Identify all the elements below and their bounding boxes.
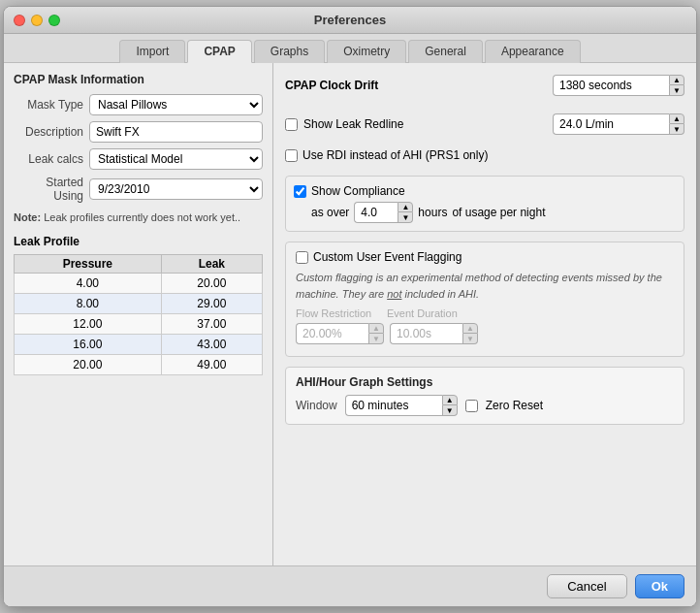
note-content: Leak profiles currently does not work ye…: [44, 211, 240, 223]
flow-spinner-buttons: ▲ ▼: [368, 323, 384, 344]
mask-info-title: CPAP Mask Information: [14, 73, 263, 86]
tab-oximetry[interactable]: Oximetry: [327, 40, 406, 63]
clock-drift-label: CPAP Clock Drift: [285, 79, 378, 92]
pressure-cell: 8.00: [15, 294, 162, 314]
cancel-button[interactable]: Cancel: [547, 574, 626, 598]
mask-type-select[interactable]: Nasal Pillows: [89, 94, 263, 115]
ok-button[interactable]: Ok: [635, 574, 684, 598]
leak-cell: 37.00: [161, 314, 262, 335]
compliance-checkbox[interactable]: [294, 185, 306, 198]
pressure-cell: 4.00: [15, 274, 162, 294]
flagging-controls: ▲ ▼ ▲ ▼: [296, 323, 674, 344]
leak-redline-down[interactable]: ▼: [669, 124, 684, 135]
window-down[interactable]: ▼: [442, 405, 458, 416]
clock-drift-up[interactable]: ▲: [669, 75, 684, 85]
preferences-window: Preferences Import CPAP Graphs Oximetry …: [3, 6, 697, 607]
window-spinner: ▲ ▼: [345, 395, 458, 416]
leak-redline-up[interactable]: ▲: [669, 113, 684, 124]
clock-drift-row: CPAP Clock Drift ▲ ▼: [285, 75, 684, 96]
flagging-desc2: machine. They are: [296, 288, 384, 300]
compliance-section: Show Compliance as over ▲ ▼ hours of usa…: [285, 176, 684, 232]
clock-drift-down[interactable]: ▼: [669, 85, 684, 96]
rdi-checkbox[interactable]: [285, 149, 298, 162]
duration-input[interactable]: [390, 323, 462, 344]
clock-drift-input[interactable]: [553, 75, 669, 96]
right-panel: CPAP Clock Drift ▲ ▼ Show Leak Redline ▲: [273, 63, 696, 565]
custom-flagging-section: Custom User Event Flagging Custom flaggi…: [285, 242, 684, 357]
leak-redline-input[interactable]: [553, 113, 669, 135]
tab-cpap[interactable]: CPAP: [187, 40, 251, 63]
custom-flagging-checkbox[interactable]: [296, 251, 308, 264]
table-row: 12.00 37.00: [15, 314, 263, 335]
note-text: Note: Leak profiles currently does not w…: [14, 210, 263, 225]
window-label: Window: [296, 399, 337, 412]
ahi-section-title: AHI/Hour Graph Settings: [296, 375, 674, 389]
clock-drift-spinner-buttons: ▲ ▼: [669, 75, 684, 96]
rdi-label: Use RDI instead of AHI (PRS1 only): [302, 148, 488, 162]
clock-drift-spinner: ▲ ▼: [553, 75, 684, 96]
custom-flagging-row: Custom User Event Flagging: [296, 250, 674, 264]
description-row: Description: [14, 121, 263, 143]
tab-graphs[interactable]: Graphs: [254, 40, 325, 63]
leak-calcs-select[interactable]: Statistical Model: [89, 148, 263, 170]
main-content: CPAP Mask Information Mask Type Nasal Pi…: [4, 63, 696, 565]
started-using-row: Started Using 9/23/2010: [14, 176, 263, 203]
flagging-description: Custom flagging is an experimental metho…: [296, 270, 674, 302]
col-leak: Leak: [161, 255, 262, 274]
tab-import[interactable]: Import: [119, 40, 185, 63]
window-spinner-buttons: ▲ ▼: [442, 395, 458, 416]
compliance-label: Show Compliance: [311, 184, 405, 198]
hours-input[interactable]: [354, 202, 398, 223]
leak-redline-checkbox[interactable]: [285, 118, 298, 131]
hours-spinner-buttons: ▲ ▼: [398, 202, 413, 223]
pressure-cell: 20.00: [15, 355, 162, 375]
leak-redline-row: Show Leak Redline ▲ ▼: [285, 113, 684, 135]
leak-redline-label: Show Leak Redline: [303, 117, 403, 131]
hours-down[interactable]: ▼: [398, 212, 413, 223]
as-over-label: as over: [311, 206, 349, 219]
minimize-button[interactable]: [31, 15, 43, 26]
table-row: 16.00 43.00: [15, 335, 263, 355]
window-title: Preferences: [314, 13, 386, 27]
leak-redline-spinner-buttons: ▲ ▼: [669, 113, 684, 135]
custom-flagging-label: Custom User Event Flagging: [313, 250, 461, 264]
window-up[interactable]: ▲: [442, 395, 458, 405]
maximize-button[interactable]: [48, 15, 60, 26]
leak-calcs-row: Leak calcs Statistical Model: [14, 148, 263, 170]
leak-calcs-label: Leak calcs: [14, 152, 83, 166]
ahi-row: Window ▲ ▼ Zero Reset: [296, 395, 674, 416]
zero-reset-label: Zero Reset: [486, 399, 543, 412]
flow-down[interactable]: ▼: [368, 334, 384, 344]
tab-appearance[interactable]: Appearance: [485, 40, 581, 63]
leak-cell: 29.00: [161, 294, 262, 314]
duration-down[interactable]: ▼: [462, 334, 478, 344]
tab-general[interactable]: General: [408, 40, 483, 63]
duration-spinner: ▲ ▼: [390, 323, 478, 344]
bottom-bar: Cancel Ok: [4, 565, 696, 606]
flagging-not: not: [387, 288, 401, 300]
started-using-select[interactable]: 9/23/2010: [89, 178, 263, 200]
hours-up[interactable]: ▲: [398, 202, 413, 212]
tabs-bar: Import CPAP Graphs Oximetry General Appe…: [4, 34, 696, 63]
hours-label: hours: [418, 206, 447, 219]
usage-per-night-label: of usage per night: [452, 206, 545, 219]
pressure-cell: 12.00: [15, 314, 162, 335]
left-panel: CPAP Mask Information Mask Type Nasal Pi…: [4, 63, 273, 565]
compliance-row: Show Compliance: [294, 184, 676, 198]
mask-type-label: Mask Type: [14, 98, 83, 112]
window-input[interactable]: [345, 395, 442, 416]
rdi-row: Use RDI instead of AHI (PRS1 only): [285, 148, 684, 162]
table-row: 8.00 29.00: [15, 294, 263, 314]
table-row: 20.00 49.00: [15, 355, 263, 375]
flow-up[interactable]: ▲: [368, 323, 384, 334]
flow-input[interactable]: [296, 323, 368, 344]
flow-restriction-label: Flow Restriction: [296, 307, 383, 319]
table-row: 4.00 20.00: [15, 274, 263, 294]
hours-spinner: ▲ ▼: [354, 202, 413, 223]
duration-up[interactable]: ▲: [462, 323, 478, 334]
description-input[interactable]: [89, 121, 263, 143]
ahi-section: AHI/Hour Graph Settings Window ▲ ▼ Zero …: [285, 367, 684, 425]
col-pressure: Pressure: [15, 255, 162, 274]
zero-reset-checkbox[interactable]: [465, 400, 478, 412]
close-button[interactable]: [14, 15, 25, 26]
